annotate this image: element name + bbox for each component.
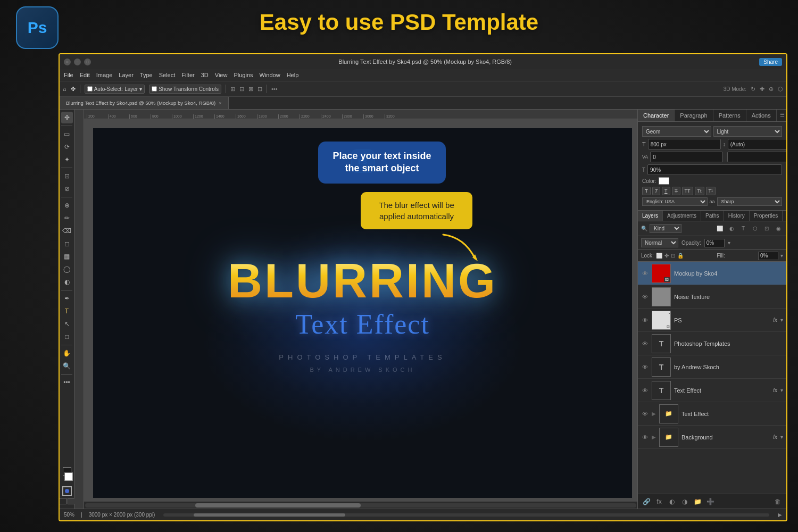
share-button[interactable]: Share bbox=[759, 58, 782, 66]
lock-pixels-icon[interactable]: ⬜ bbox=[656, 253, 662, 259]
transform-controls[interactable]: Show Transform Controls bbox=[149, 85, 221, 94]
move-tool[interactable]: ✤ bbox=[61, 112, 73, 123]
dodge-tool[interactable]: ◐ bbox=[61, 276, 73, 288]
opacity-input[interactable] bbox=[704, 239, 725, 247]
3d-rotate-icon[interactable]: ↻ bbox=[751, 86, 755, 93]
superscript-button[interactable]: T¹ bbox=[706, 187, 716, 195]
color-swatch[interactable] bbox=[659, 177, 669, 185]
opacity-arrow[interactable]: ▾ bbox=[728, 240, 730, 246]
smallcaps-button[interactable]: Tt bbox=[695, 187, 704, 195]
language-select[interactable]: English: USA bbox=[642, 197, 708, 206]
auto-select-toggle[interactable]: Auto-Select: Layer ▾ bbox=[85, 85, 145, 94]
filter-adjust-icon[interactable]: ◐ bbox=[727, 224, 736, 234]
menu-filter[interactable]: Filter bbox=[181, 72, 194, 78]
menu-image[interactable]: Image bbox=[96, 72, 113, 78]
tab-layers[interactable]: Layers bbox=[638, 211, 663, 221]
italic-button[interactable]: T bbox=[652, 187, 661, 195]
path-select-tool[interactable]: ↖ bbox=[61, 318, 73, 330]
layer-item[interactable]: 👁 T Photoshop Templates bbox=[638, 332, 786, 355]
layer-visibility-toggle[interactable]: 👁 bbox=[641, 340, 649, 347]
layer-visibility-toggle[interactable]: 👁 bbox=[641, 434, 649, 441]
panel-menu-button[interactable]: ☰ bbox=[777, 110, 786, 121]
eyedropper-tool[interactable]: ⊘ bbox=[61, 183, 73, 195]
vertical-scale-input[interactable] bbox=[647, 164, 782, 175]
layer-item[interactable]: 👁 T Text Effect fx ▾ bbox=[638, 379, 786, 402]
distribute-icon[interactable]: ⊡ bbox=[257, 86, 262, 93]
layer-fx-arrow[interactable]: ▾ bbox=[780, 434, 783, 440]
full-screen[interactable] bbox=[68, 498, 75, 504]
layer-item[interactable]: 👁 • ⊡ PS fx ▾ bbox=[638, 309, 786, 332]
layer-fx-arrow[interactable]: ▾ bbox=[780, 317, 783, 323]
filter-pixel-icon[interactable]: ⬜ bbox=[715, 224, 725, 234]
h-scrollbar-thumb[interactable] bbox=[194, 513, 345, 517]
add-style-button[interactable]: fx bbox=[654, 496, 664, 507]
menu-view[interactable]: View bbox=[215, 72, 228, 78]
menu-file[interactable]: File bbox=[64, 72, 73, 78]
layer-visibility-toggle[interactable]: 👁 bbox=[641, 293, 649, 301]
adjustment-layer-button[interactable]: ◑ bbox=[679, 496, 690, 507]
transform-checkbox[interactable] bbox=[152, 86, 157, 92]
background-color[interactable] bbox=[64, 472, 73, 481]
more-options-icon[interactable]: ••• bbox=[271, 86, 278, 92]
lock-all-icon[interactable]: 🔒 bbox=[677, 253, 684, 259]
tab-adjustments[interactable]: Adjustments bbox=[663, 211, 701, 221]
shape-tool[interactable]: □ bbox=[61, 331, 73, 343]
layer-visibility-toggle[interactable]: 👁 bbox=[641, 270, 649, 277]
align-right-icon[interactable]: ⊠ bbox=[248, 86, 253, 93]
layers-menu-button[interactable]: ☰ bbox=[783, 211, 786, 221]
delete-layer-button[interactable]: 🗑 bbox=[772, 496, 783, 507]
menu-type[interactable]: Type bbox=[140, 72, 153, 78]
menu-layer[interactable]: Layer bbox=[119, 72, 134, 78]
gradient-tool[interactable]: ▦ bbox=[61, 251, 73, 262]
tab-patterns[interactable]: Patterns bbox=[713, 110, 746, 121]
font-weight-select[interactable]: Light bbox=[713, 126, 783, 137]
pen-tool[interactable]: ✒ bbox=[61, 293, 73, 304]
fill-arrow[interactable]: ▾ bbox=[780, 253, 783, 259]
layer-item[interactable]: 👁 Noise Texture bbox=[638, 285, 786, 309]
3d-pan-icon[interactable]: ✚ bbox=[760, 86, 764, 93]
rectangular-marquee-tool[interactable]: ▭ bbox=[61, 128, 73, 140]
blur-tool[interactable]: ◯ bbox=[61, 263, 73, 275]
tab-properties[interactable]: Properties bbox=[750, 211, 783, 221]
lasso-tool[interactable]: ⟳ bbox=[61, 141, 73, 153]
align-center-icon[interactable]: ⊟ bbox=[239, 86, 244, 93]
menu-select[interactable]: Select bbox=[159, 72, 176, 78]
font-size-input[interactable] bbox=[648, 139, 721, 149]
layer-group-arrow[interactable]: ▶ bbox=[652, 434, 656, 440]
filter-kind-select[interactable]: Kind bbox=[650, 224, 681, 233]
layer-item[interactable]: 👁 ⊡ Mockup by Sko4 bbox=[638, 262, 786, 285]
crop-tool[interactable]: ⊡ bbox=[61, 170, 73, 182]
layer-visibility-toggle[interactable]: 👁 bbox=[641, 410, 649, 418]
type-tool[interactable]: T bbox=[61, 305, 73, 317]
align-left-icon[interactable]: ⊞ bbox=[230, 86, 235, 93]
menu-window[interactable]: Window bbox=[260, 72, 280, 78]
tab-character[interactable]: Character bbox=[638, 110, 675, 121]
tab-paths[interactable]: Paths bbox=[701, 211, 724, 221]
menu-help[interactable]: Help bbox=[287, 72, 299, 78]
blend-mode-select[interactable]: Normal bbox=[641, 238, 678, 247]
tracking-input[interactable] bbox=[727, 152, 786, 162]
menu-3d[interactable]: 3D bbox=[201, 72, 209, 78]
document-tab[interactable]: Blurring Text Effect by Sko4.psd @ 50% (… bbox=[60, 97, 229, 109]
kerning-input[interactable] bbox=[650, 152, 723, 162]
bold-button[interactable]: T bbox=[642, 187, 651, 195]
tab-actions[interactable]: Actions bbox=[746, 110, 777, 121]
3d-scale-icon[interactable]: ⬡ bbox=[778, 86, 783, 93]
hand-tool[interactable]: ✋ bbox=[61, 347, 73, 359]
layer-item[interactable]: 👁 ▶ 📁 Background fx ▾ bbox=[638, 426, 786, 449]
uppercase-button[interactable]: TT bbox=[682, 187, 693, 195]
tab-close-button[interactable]: × bbox=[219, 101, 221, 106]
zoom-tool[interactable]: 🔍 bbox=[61, 360, 73, 372]
tab-paragraph[interactable]: Paragraph bbox=[675, 110, 713, 121]
fill-input[interactable] bbox=[758, 252, 778, 260]
lock-position-icon[interactable]: ✤ bbox=[664, 253, 669, 259]
healing-tool[interactable]: ⊕ bbox=[61, 200, 73, 211]
layer-item[interactable]: 👁 T by Andrew Skoch bbox=[638, 355, 786, 379]
new-layer-button[interactable]: ➕ bbox=[705, 496, 716, 507]
auto-select-checkbox[interactable] bbox=[87, 86, 93, 92]
quick-mask-mode[interactable] bbox=[62, 486, 72, 496]
eraser-tool[interactable]: ◻ bbox=[61, 238, 73, 250]
maximize-button[interactable]: □ bbox=[84, 59, 91, 65]
tab-history[interactable]: History bbox=[724, 211, 750, 221]
move-tool-icon[interactable]: ✤ bbox=[71, 86, 76, 93]
